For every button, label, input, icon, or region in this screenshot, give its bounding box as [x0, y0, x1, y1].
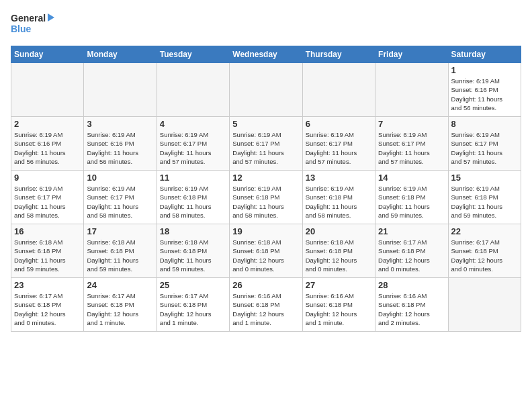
col-header-tuesday: Tuesday [157, 46, 229, 63]
day-info: Sunrise: 6:18 AM Sunset: 6:18 PM Dayligh… [232, 238, 299, 273]
day-info: Sunrise: 6:17 AM Sunset: 6:18 PM Dayligh… [14, 291, 81, 327]
calendar-week-row: 2Sunrise: 6:19 AM Sunset: 6:16 PM Daylig… [11, 117, 521, 171]
calendar-week-row: 16Sunrise: 6:18 AM Sunset: 6:18 PM Dayli… [11, 224, 521, 278]
day-info: Sunrise: 6:16 AM Sunset: 6:18 PM Dayligh… [378, 291, 445, 327]
calendar-cell: 18Sunrise: 6:18 AM Sunset: 6:18 PM Dayli… [157, 224, 229, 278]
day-number: 9 [14, 173, 81, 183]
calendar-cell: 13Sunrise: 6:19 AM Sunset: 6:18 PM Dayli… [302, 171, 375, 224]
calendar-table: SundayMondayTuesdayWednesdayThursdayFrid… [11, 46, 521, 332]
calendar-week-row: 23Sunrise: 6:17 AM Sunset: 6:18 PM Dayli… [11, 278, 521, 332]
day-info: Sunrise: 6:19 AM Sunset: 6:18 PM Dayligh… [306, 184, 372, 220]
day-number: 4 [160, 119, 226, 129]
col-header-thursday: Thursday [302, 46, 375, 63]
day-info: Sunrise: 6:19 AM Sunset: 6:16 PM Dayligh… [87, 130, 153, 166]
col-header-wednesday: Wednesday [230, 46, 302, 63]
day-info: Sunrise: 6:19 AM Sunset: 6:17 PM Dayligh… [306, 130, 372, 166]
day-info: Sunrise: 6:17 AM Sunset: 6:18 PM Dayligh… [160, 291, 226, 327]
calendar-cell: 23Sunrise: 6:17 AM Sunset: 6:18 PM Dayli… [11, 278, 84, 332]
day-number: 27 [306, 280, 372, 290]
day-number: 18 [160, 226, 226, 236]
col-header-friday: Friday [375, 46, 448, 63]
calendar-cell [448, 278, 521, 332]
svg-text:General: General [11, 13, 46, 24]
calendar-cell: 9Sunrise: 6:19 AM Sunset: 6:17 PM Daylig… [11, 171, 84, 224]
calendar-cell: 1Sunrise: 6:19 AM Sunset: 6:16 PM Daylig… [448, 63, 521, 117]
calendar-cell: 6Sunrise: 6:19 AM Sunset: 6:17 PM Daylig… [302, 117, 375, 171]
calendar-cell: 22Sunrise: 6:17 AM Sunset: 6:18 PM Dayli… [448, 224, 521, 278]
calendar-cell: 26Sunrise: 6:16 AM Sunset: 6:18 PM Dayli… [230, 278, 302, 332]
calendar-cell: 2Sunrise: 6:19 AM Sunset: 6:16 PM Daylig… [11, 117, 84, 171]
col-header-sunday: Sunday [11, 46, 84, 63]
day-info: Sunrise: 6:19 AM Sunset: 6:18 PM Dayligh… [451, 184, 518, 220]
calendar-cell [11, 63, 84, 117]
col-header-saturday: Saturday [448, 46, 521, 63]
day-info: Sunrise: 6:17 AM Sunset: 6:18 PM Dayligh… [378, 238, 445, 273]
calendar-cell: 21Sunrise: 6:17 AM Sunset: 6:18 PM Dayli… [375, 224, 448, 278]
calendar-cell [230, 63, 302, 117]
calendar-cell: 4Sunrise: 6:19 AM Sunset: 6:17 PM Daylig… [157, 117, 229, 171]
day-info: Sunrise: 6:19 AM Sunset: 6:17 PM Dayligh… [232, 130, 299, 166]
day-number: 2 [14, 119, 81, 129]
calendar-cell: 28Sunrise: 6:16 AM Sunset: 6:18 PM Dayli… [375, 278, 448, 332]
day-number: 8 [451, 119, 518, 129]
day-info: Sunrise: 6:19 AM Sunset: 6:16 PM Dayligh… [451, 77, 518, 112]
logo: GeneralBlue [11, 11, 58, 38]
day-number: 15 [451, 173, 518, 183]
day-info: Sunrise: 6:19 AM Sunset: 6:17 PM Dayligh… [378, 130, 445, 166]
calendar-header-row: SundayMondayTuesdayWednesdayThursdayFrid… [11, 46, 521, 63]
calendar-cell: 7Sunrise: 6:19 AM Sunset: 6:17 PM Daylig… [375, 117, 448, 171]
calendar-cell: 8Sunrise: 6:19 AM Sunset: 6:17 PM Daylig… [448, 117, 521, 171]
calendar-cell: 17Sunrise: 6:18 AM Sunset: 6:18 PM Dayli… [84, 224, 157, 278]
calendar-cell: 25Sunrise: 6:17 AM Sunset: 6:18 PM Dayli… [157, 278, 229, 332]
calendar-cell [302, 63, 375, 117]
day-number: 14 [378, 173, 445, 183]
day-info: Sunrise: 6:19 AM Sunset: 6:18 PM Dayligh… [378, 184, 445, 220]
calendar-cell: 10Sunrise: 6:19 AM Sunset: 6:17 PM Dayli… [84, 171, 157, 224]
calendar-cell: 20Sunrise: 6:18 AM Sunset: 6:18 PM Dayli… [302, 224, 375, 278]
col-header-monday: Monday [84, 46, 157, 63]
calendar-cell [84, 63, 157, 117]
day-info: Sunrise: 6:19 AM Sunset: 6:17 PM Dayligh… [451, 130, 518, 166]
day-number: 6 [306, 119, 372, 129]
day-number: 23 [14, 280, 81, 290]
day-number: 21 [378, 226, 445, 236]
day-number: 12 [232, 173, 299, 183]
day-info: Sunrise: 6:19 AM Sunset: 6:16 PM Dayligh… [14, 130, 81, 166]
calendar-cell: 24Sunrise: 6:17 AM Sunset: 6:18 PM Dayli… [84, 278, 157, 332]
day-number: 20 [306, 226, 372, 236]
day-info: Sunrise: 6:19 AM Sunset: 6:17 PM Dayligh… [14, 184, 81, 220]
day-number: 28 [378, 280, 445, 290]
day-info: Sunrise: 6:19 AM Sunset: 6:17 PM Dayligh… [87, 184, 153, 220]
calendar-week-row: 1Sunrise: 6:19 AM Sunset: 6:16 PM Daylig… [11, 63, 521, 117]
day-info: Sunrise: 6:18 AM Sunset: 6:18 PM Dayligh… [306, 238, 372, 273]
day-info: Sunrise: 6:18 AM Sunset: 6:18 PM Dayligh… [14, 238, 81, 273]
day-number: 24 [87, 280, 153, 290]
logo-svg: GeneralBlue [11, 11, 58, 38]
calendar-cell: 5Sunrise: 6:19 AM Sunset: 6:17 PM Daylig… [230, 117, 302, 171]
calendar-cell [375, 63, 448, 117]
day-info: Sunrise: 6:16 AM Sunset: 6:18 PM Dayligh… [232, 291, 299, 327]
day-number: 17 [87, 226, 153, 236]
day-number: 19 [232, 226, 299, 236]
day-number: 5 [232, 119, 299, 129]
day-number: 16 [14, 226, 81, 236]
day-info: Sunrise: 6:18 AM Sunset: 6:18 PM Dayligh… [160, 238, 226, 273]
day-number: 3 [87, 119, 153, 129]
header: GeneralBlue [11, 11, 521, 38]
svg-text:Blue: Blue [11, 24, 32, 34]
day-number: 26 [232, 280, 299, 290]
day-info: Sunrise: 6:17 AM Sunset: 6:18 PM Dayligh… [87, 291, 153, 327]
day-number: 11 [160, 173, 226, 183]
calendar-cell: 3Sunrise: 6:19 AM Sunset: 6:16 PM Daylig… [84, 117, 157, 171]
calendar-cell: 14Sunrise: 6:19 AM Sunset: 6:18 PM Dayli… [375, 171, 448, 224]
day-info: Sunrise: 6:19 AM Sunset: 6:18 PM Dayligh… [232, 184, 299, 220]
day-number: 25 [160, 280, 226, 290]
svg-marker-2 [48, 13, 54, 21]
day-info: Sunrise: 6:17 AM Sunset: 6:18 PM Dayligh… [451, 238, 518, 273]
calendar-cell: 11Sunrise: 6:19 AM Sunset: 6:18 PM Dayli… [157, 171, 229, 224]
calendar-cell: 16Sunrise: 6:18 AM Sunset: 6:18 PM Dayli… [11, 224, 84, 278]
day-info: Sunrise: 6:16 AM Sunset: 6:18 PM Dayligh… [306, 291, 372, 327]
calendar-cell [157, 63, 229, 117]
calendar-cell: 27Sunrise: 6:16 AM Sunset: 6:18 PM Dayli… [302, 278, 375, 332]
day-number: 13 [306, 173, 372, 183]
